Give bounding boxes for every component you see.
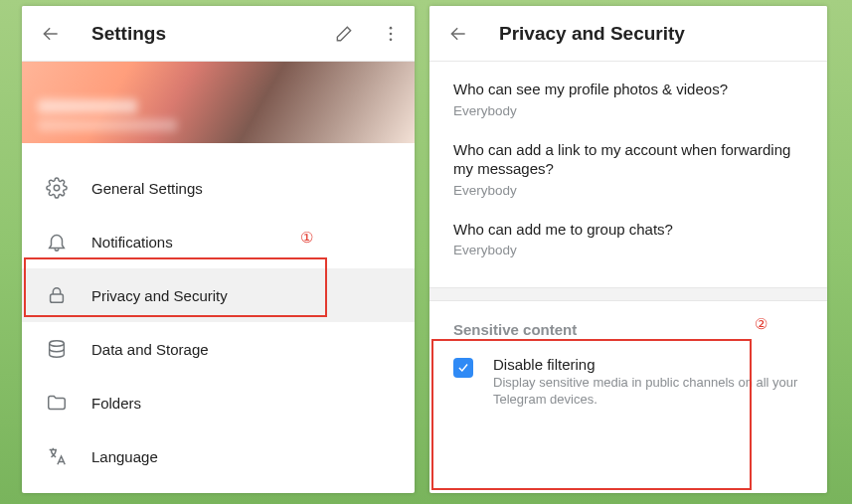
bell-icon (46, 231, 68, 252)
more-vertical-icon (381, 24, 401, 44)
svg-rect-4 (51, 294, 64, 302)
settings-panel: Settings General Settings Notifications (22, 6, 415, 493)
privacy-question: Who can add me to group chats? (453, 220, 803, 240)
svg-point-3 (54, 185, 60, 191)
svg-point-5 (50, 341, 65, 347)
settings-menu: General Settings Notifications Privacy a… (22, 143, 415, 483)
edit-button[interactable] (327, 17, 361, 51)
menu-general-settings[interactable]: General Settings (22, 161, 415, 215)
menu-label: General Settings (91, 180, 203, 197)
svg-point-0 (390, 26, 393, 29)
menu-privacy-security[interactable]: Privacy and Security (22, 268, 415, 322)
more-button[interactable] (379, 17, 403, 51)
menu-data-storage[interactable]: Data and Storage (22, 322, 415, 376)
lock-icon (46, 284, 68, 306)
language-icon (46, 445, 68, 467)
arrow-left-icon (41, 24, 61, 44)
privacy-title: Privacy and Security (499, 23, 815, 45)
menu-label: Folders (91, 395, 141, 412)
menu-notifications[interactable]: Notifications (22, 215, 415, 268)
gear-icon (46, 177, 68, 199)
menu-folders[interactable]: Folders (22, 376, 415, 429)
check-icon (456, 361, 470, 375)
settings-header: Settings (22, 6, 415, 62)
privacy-answer: Everybody (453, 183, 803, 198)
section-divider (429, 287, 827, 301)
privacy-answer: Everybody (453, 103, 803, 118)
settings-title: Settings (91, 23, 309, 45)
privacy-item[interactable]: Who can add a link to my account when fo… (453, 140, 803, 198)
profile-sub-blurred (38, 119, 177, 131)
sensitive-content-header: Sensitive content (429, 301, 827, 346)
disable-filtering-row[interactable]: Disable filtering Display sensitive medi… (429, 346, 827, 430)
menu-language[interactable]: Language (22, 429, 415, 483)
privacy-item[interactable]: Who can add me to group chats? Everybody (453, 220, 803, 258)
database-icon (46, 338, 68, 360)
folder-icon (46, 392, 68, 414)
privacy-answer: Everybody (453, 243, 803, 257)
menu-label: Privacy and Security (91, 287, 228, 304)
menu-label: Data and Storage (91, 341, 209, 358)
disable-filtering-desc: Display sensitive media in public channe… (493, 375, 803, 409)
svg-point-2 (390, 38, 393, 41)
disable-filtering-label: Disable filtering (493, 356, 803, 373)
menu-label: Language (91, 448, 158, 465)
privacy-list: Who can see my profile photos & videos? … (429, 62, 827, 287)
disable-filtering-checkbox[interactable] (453, 358, 473, 378)
back-button[interactable] (34, 17, 68, 51)
privacy-question: Who can add a link to my account when fo… (453, 140, 803, 179)
pencil-icon (334, 24, 354, 44)
svg-point-1 (390, 32, 393, 35)
privacy-item[interactable]: Who can see my profile photos & videos? … (453, 80, 803, 118)
back-button[interactable] (441, 17, 475, 51)
privacy-panel: Privacy and Security Who can see my prof… (429, 6, 827, 493)
profile-banner[interactable] (22, 62, 415, 143)
privacy-header: Privacy and Security (429, 6, 827, 62)
arrow-left-icon (448, 24, 468, 44)
menu-label: Notifications (91, 234, 173, 251)
profile-name-blurred (38, 99, 137, 113)
privacy-question: Who can see my profile photos & videos? (453, 80, 803, 99)
